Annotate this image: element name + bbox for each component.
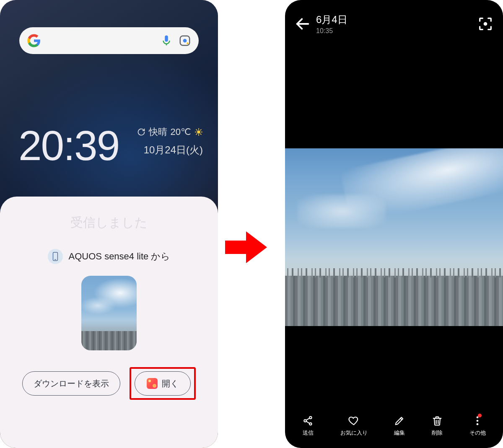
svg-point-18 [309,417,311,419]
svg-line-8 [196,129,197,130]
phone-left-homescreen: 20:39 快晴 20℃ 10月24日(火) 受信しました AQUOS sen [0,0,218,448]
viewer-bottom-bar: 送信 お気に入り 編集 削除 その他 [285,411,503,440]
photo-time: 10:35 [316,27,347,35]
svg-point-3 [197,130,200,134]
sun-icon [194,128,203,136]
google-logo-icon [27,34,41,48]
photo-content[interactable] [285,148,503,326]
svg-line-11 [196,134,197,135]
svg-line-22 [400,418,402,420]
svg-point-1 [183,39,187,43]
google-lens-icon[interactable] [179,34,191,47]
show-downloads-button[interactable]: ダウンロードを表示 [22,371,120,396]
sender-row: AQUOS sense4 lite から [0,249,218,264]
svg-point-17 [304,420,306,422]
clock-time: 20:39 [18,122,119,170]
svg-line-20 [306,418,310,420]
lens-scan-button[interactable] [477,16,494,32]
svg-line-10 [200,129,201,130]
back-button[interactable] [294,16,311,32]
weather-label: 快晴 [149,126,167,138]
receive-bottom-sheet: 受信しました AQUOS sense4 lite から ダウンロードを表示 開く [0,197,218,448]
action-favorite[interactable]: お気に入り [340,415,368,437]
transition-arrow [225,230,267,265]
action-delete-label: 削除 [432,429,443,437]
svg-point-26 [477,420,479,422]
svg-marker-14 [225,231,267,263]
weather-widget[interactable]: 快晴 20℃ 10月24日(火) [137,126,203,157]
svg-line-9 [200,134,201,135]
thumb-skyline [81,331,137,350]
svg-point-2 [187,42,188,44]
action-send-label: 送信 [303,429,314,437]
action-more-label: その他 [469,429,486,437]
viewer-header: 6月4日 10:35 [285,9,503,39]
action-send[interactable]: 送信 [302,415,314,437]
open-button-label: 開く [162,378,179,389]
received-image-thumbnail[interactable] [81,276,137,350]
device-icon [48,249,63,264]
sender-device-label: AQUOS sense4 lite から [69,250,171,263]
svg-point-19 [309,423,311,425]
phone-right-gallery-viewer: 6月4日 10:35 送信 お気に入り 編集 削除 その他 [285,0,503,448]
action-delete[interactable]: 削除 [431,415,443,437]
open-button[interactable]: 開く [135,371,191,396]
refresh-icon [137,128,145,136]
weather-temp: 20℃ [171,127,191,137]
photo-cityscape [285,276,503,326]
date-label: 10月24日(火) [137,143,203,157]
action-more[interactable]: その他 [469,415,486,437]
svg-line-21 [306,421,310,423]
google-search-bar[interactable] [19,27,199,54]
action-edit-label: 編集 [394,429,405,437]
notification-dot [478,414,482,417]
action-favorite-label: お気に入り [340,429,368,437]
action-edit[interactable]: 編集 [394,415,405,437]
svg-point-27 [477,423,479,425]
sheet-title: 受信しました [0,214,218,231]
svg-point-16 [484,23,486,25]
highlight-open-button: 開く [130,367,196,400]
voice-search-icon[interactable] [160,34,173,47]
gallery-app-icon [147,378,158,389]
photo-date: 6月4日 [316,13,347,26]
